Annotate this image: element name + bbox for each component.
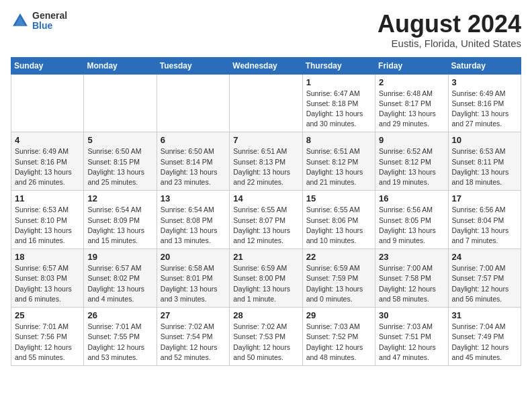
day-info: Sunrise: 6:47 AMSunset: 8:18 PMDaylight:… (306, 89, 371, 130)
calendar-day-cell: 10Sunrise: 6:53 AMSunset: 8:11 PMDayligh… (448, 132, 521, 191)
day-number: 19 (87, 252, 152, 262)
calendar-week-row: 4Sunrise: 6:49 AMSunset: 8:16 PMDaylight… (11, 132, 521, 191)
calendar-table: SundayMondayTuesdayWednesdayThursdayFrid… (11, 57, 521, 366)
weekday-header: Wednesday (230, 57, 302, 74)
day-number: 4 (15, 135, 80, 145)
day-number: 6 (161, 135, 226, 145)
day-number: 5 (87, 135, 152, 145)
day-info: Sunrise: 6:56 AMSunset: 8:04 PMDaylight:… (452, 205, 517, 246)
day-number: 10 (452, 135, 517, 145)
day-number: 11 (15, 193, 80, 203)
logo-blue-text: Blue (32, 21, 67, 31)
day-number: 8 (306, 135, 371, 145)
calendar-day-cell: 21Sunrise: 6:59 AMSunset: 8:00 PMDayligh… (230, 249, 302, 308)
day-info: Sunrise: 6:51 AMSunset: 8:12 PMDaylight:… (306, 146, 371, 187)
page-header: General Blue August 2024 Eustis, Florida… (11, 11, 521, 49)
day-info: Sunrise: 7:00 AMSunset: 7:57 PMDaylight:… (452, 263, 517, 304)
day-info: Sunrise: 6:49 AMSunset: 8:16 PMDaylight:… (15, 146, 80, 187)
calendar-day-cell: 3Sunrise: 6:49 AMSunset: 8:16 PMDaylight… (448, 74, 521, 132)
day-number: 9 (379, 135, 444, 145)
calendar-week-row: 25Sunrise: 7:01 AMSunset: 7:56 PMDayligh… (11, 308, 521, 366)
day-info: Sunrise: 7:01 AMSunset: 7:55 PMDaylight:… (87, 322, 152, 363)
day-info: Sunrise: 6:55 AMSunset: 8:06 PMDaylight:… (306, 205, 371, 246)
weekday-header: Tuesday (157, 57, 229, 74)
day-number: 28 (233, 310, 298, 320)
calendar-day-cell: 27Sunrise: 7:02 AMSunset: 7:54 PMDayligh… (157, 308, 229, 366)
day-number: 25 (15, 310, 80, 320)
day-number: 29 (306, 310, 371, 320)
day-info: Sunrise: 7:03 AMSunset: 7:52 PMDaylight:… (306, 322, 371, 363)
day-info: Sunrise: 6:48 AMSunset: 8:17 PMDaylight:… (379, 89, 444, 130)
day-info: Sunrise: 6:50 AMSunset: 8:15 PMDaylight:… (87, 146, 152, 187)
day-info: Sunrise: 7:01 AMSunset: 7:56 PMDaylight:… (15, 322, 80, 363)
day-number: 13 (161, 193, 226, 203)
day-info: Sunrise: 6:51 AMSunset: 8:13 PMDaylight:… (233, 146, 298, 187)
calendar-day-cell: 23Sunrise: 7:00 AMSunset: 7:58 PMDayligh… (375, 249, 448, 308)
day-number: 27 (161, 310, 226, 320)
calendar-day-cell: 1Sunrise: 6:47 AMSunset: 8:18 PMDaylight… (302, 74, 375, 132)
calendar-day-cell: 26Sunrise: 7:01 AMSunset: 7:55 PMDayligh… (84, 308, 157, 366)
calendar-day-cell: 18Sunrise: 6:57 AMSunset: 8:03 PMDayligh… (11, 249, 84, 308)
logo-icon (11, 11, 30, 30)
calendar-day-cell (11, 74, 84, 132)
calendar-day-cell: 2Sunrise: 6:48 AMSunset: 8:17 PMDaylight… (375, 74, 448, 132)
day-info: Sunrise: 7:02 AMSunset: 7:54 PMDaylight:… (161, 322, 226, 363)
day-number: 16 (379, 193, 444, 203)
calendar-day-cell: 9Sunrise: 6:52 AMSunset: 8:12 PMDaylight… (375, 132, 448, 191)
day-info: Sunrise: 6:53 AMSunset: 8:10 PMDaylight:… (15, 205, 80, 246)
day-info: Sunrise: 6:58 AMSunset: 8:01 PMDaylight:… (161, 263, 226, 304)
calendar-week-row: 11Sunrise: 6:53 AMSunset: 8:10 PMDayligh… (11, 191, 521, 249)
day-number: 12 (87, 193, 152, 203)
day-info: Sunrise: 6:57 AMSunset: 8:02 PMDaylight:… (87, 263, 152, 304)
day-info: Sunrise: 6:57 AMSunset: 8:03 PMDaylight:… (15, 263, 80, 304)
calendar-day-cell: 29Sunrise: 7:03 AMSunset: 7:52 PMDayligh… (302, 308, 375, 366)
calendar-day-cell: 4Sunrise: 6:49 AMSunset: 8:16 PMDaylight… (11, 132, 84, 191)
calendar-day-cell: 22Sunrise: 6:59 AMSunset: 7:59 PMDayligh… (302, 249, 375, 308)
day-number: 20 (161, 252, 226, 262)
calendar-day-cell: 7Sunrise: 6:51 AMSunset: 8:13 PMDaylight… (230, 132, 302, 191)
day-info: Sunrise: 6:55 AMSunset: 8:07 PMDaylight:… (233, 205, 298, 246)
day-number: 1 (306, 77, 371, 87)
day-info: Sunrise: 6:50 AMSunset: 8:14 PMDaylight:… (161, 146, 226, 187)
calendar-day-cell: 30Sunrise: 7:03 AMSunset: 7:51 PMDayligh… (375, 308, 448, 366)
calendar-day-cell: 8Sunrise: 6:51 AMSunset: 8:12 PMDaylight… (302, 132, 375, 191)
day-info: Sunrise: 6:59 AMSunset: 8:00 PMDaylight:… (233, 263, 298, 304)
day-number: 7 (233, 135, 298, 145)
day-number: 14 (233, 193, 298, 203)
day-number: 21 (233, 252, 298, 262)
day-number: 24 (452, 252, 517, 262)
day-number: 22 (306, 252, 371, 262)
calendar-day-cell (84, 74, 157, 132)
calendar-day-cell: 13Sunrise: 6:54 AMSunset: 8:08 PMDayligh… (157, 191, 229, 249)
day-number: 31 (452, 310, 517, 320)
weekday-header: Sunday (11, 57, 84, 74)
day-number: 2 (379, 77, 444, 87)
calendar-day-cell: 24Sunrise: 7:00 AMSunset: 7:57 PMDayligh… (448, 249, 521, 308)
weekday-header: Saturday (448, 57, 521, 74)
weekday-header: Thursday (302, 57, 375, 74)
calendar-header-row: SundayMondayTuesdayWednesdayThursdayFrid… (11, 57, 521, 74)
calendar-day-cell: 17Sunrise: 6:56 AMSunset: 8:04 PMDayligh… (448, 191, 521, 249)
day-info: Sunrise: 6:56 AMSunset: 8:05 PMDaylight:… (379, 205, 444, 246)
calendar-day-cell (157, 74, 229, 132)
day-number: 17 (452, 193, 517, 203)
day-info: Sunrise: 6:59 AMSunset: 7:59 PMDaylight:… (306, 263, 371, 304)
calendar-day-cell: 31Sunrise: 7:04 AMSunset: 7:49 PMDayligh… (448, 308, 521, 366)
calendar-week-row: 18Sunrise: 6:57 AMSunset: 8:03 PMDayligh… (11, 249, 521, 308)
day-number: 26 (87, 310, 152, 320)
calendar-day-cell: 15Sunrise: 6:55 AMSunset: 8:06 PMDayligh… (302, 191, 375, 249)
calendar-day-cell: 11Sunrise: 6:53 AMSunset: 8:10 PMDayligh… (11, 191, 84, 249)
day-info: Sunrise: 6:53 AMSunset: 8:11 PMDaylight:… (452, 146, 517, 187)
day-number: 23 (379, 252, 444, 262)
logo: General Blue (11, 11, 67, 32)
day-number: 3 (452, 77, 517, 87)
day-info: Sunrise: 6:54 AMSunset: 8:09 PMDaylight:… (87, 205, 152, 246)
calendar-day-cell (230, 74, 302, 132)
day-info: Sunrise: 7:04 AMSunset: 7:49 PMDaylight:… (452, 322, 517, 363)
calendar-week-row: 1Sunrise: 6:47 AMSunset: 8:18 PMDaylight… (11, 74, 521, 132)
weekday-header: Monday (84, 57, 157, 74)
day-info: Sunrise: 6:52 AMSunset: 8:12 PMDaylight:… (379, 146, 444, 187)
calendar-title: August 2024 (378, 11, 521, 38)
day-number: 18 (15, 252, 80, 262)
logo-general-text: General (32, 11, 67, 21)
